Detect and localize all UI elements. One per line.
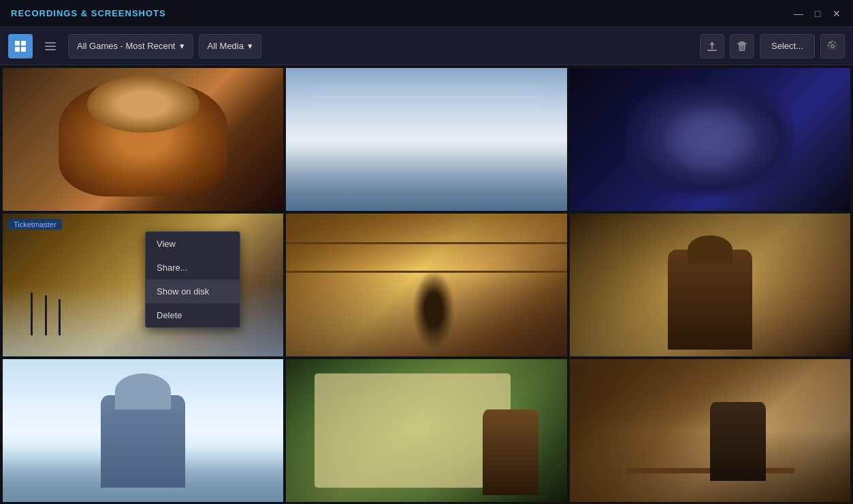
svg-rect-6 xyxy=(45,49,56,50)
svg-rect-5 xyxy=(45,46,56,47)
grid-item[interactable] xyxy=(570,68,850,211)
delete-button[interactable] xyxy=(730,34,754,58)
svg-rect-0 xyxy=(15,41,20,46)
grid-item[interactable] xyxy=(570,359,850,502)
grid-view-button[interactable] xyxy=(8,34,33,58)
filter-media-dropdown[interactable]: All Media ▾ xyxy=(199,34,261,58)
select-button[interactable]: Select... xyxy=(760,34,815,58)
maximize-button[interactable]: □ xyxy=(812,8,823,19)
context-menu-view[interactable]: View xyxy=(146,232,240,256)
svg-rect-7 xyxy=(707,50,717,51)
minimize-button[interactable]: — xyxy=(793,8,804,19)
svg-rect-3 xyxy=(21,47,26,52)
close-button[interactable]: ✕ xyxy=(831,8,842,19)
upload-button[interactable] xyxy=(700,34,724,58)
settings-button[interactable] xyxy=(820,34,845,58)
grid-item[interactable] xyxy=(286,68,566,211)
grid-item[interactable] xyxy=(570,214,850,356)
svg-rect-9 xyxy=(737,43,747,44)
context-menu-delete[interactable]: Delete xyxy=(146,303,240,327)
grid-item[interactable] xyxy=(286,214,566,356)
app-title: RECORDINGS & SCREENSHOTS xyxy=(11,8,166,18)
svg-rect-1 xyxy=(21,41,26,46)
svg-rect-8 xyxy=(739,41,745,43)
svg-rect-4 xyxy=(45,42,56,44)
context-menu-show-on-disk[interactable]: Show on disk xyxy=(146,280,240,303)
grid-item[interactable] xyxy=(3,359,283,502)
window-controls: — □ ✕ xyxy=(793,8,842,19)
grid-item[interactable]: Ticketmaster xyxy=(3,214,283,356)
ticket-badge: Ticketmaster xyxy=(8,219,62,230)
filter-games-dropdown[interactable]: All Games - Most Recent ▾ xyxy=(68,34,193,58)
grid-item[interactable] xyxy=(3,68,283,211)
list-view-button[interactable] xyxy=(38,34,63,58)
grid-item[interactable] xyxy=(286,359,566,502)
screenshot-grid: Ticketmaster xyxy=(0,65,853,504)
toolbar-right: Select... xyxy=(700,34,845,58)
context-menu-share[interactable]: Share... xyxy=(146,256,240,280)
svg-rect-2 xyxy=(15,47,20,52)
title-bar: RECORDINGS & SCREENSHOTS — □ ✕ xyxy=(0,0,853,27)
toolbar: All Games - Most Recent ▾ All Media ▾ Se… xyxy=(0,27,853,65)
context-menu: View Share... Show on disk Delete xyxy=(145,231,240,328)
